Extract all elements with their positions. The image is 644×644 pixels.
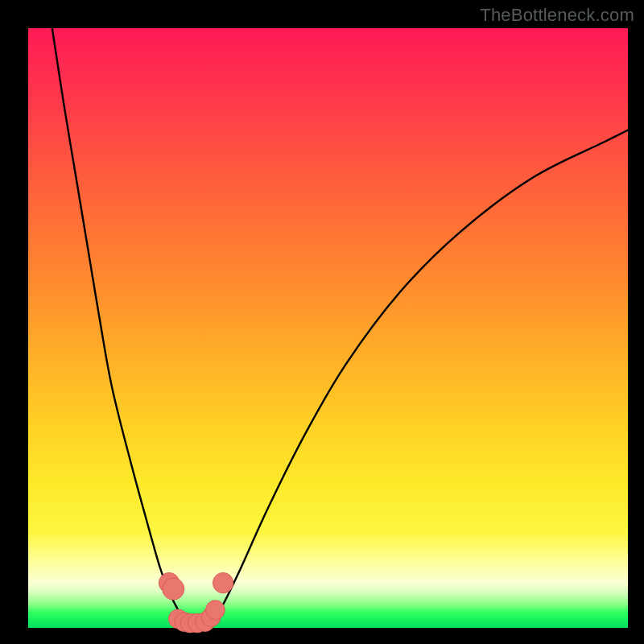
data-marker [163,578,184,600]
watermark-text: TheBottleneck.com [480,5,634,26]
chart-frame: TheBottleneck.com [0,0,644,644]
chart-svg [28,28,628,628]
curve-right-branch [208,130,629,625]
data-marker [206,601,225,620]
data-marker [213,572,233,592]
plot-area [28,28,628,628]
curve-layer [52,28,628,625]
curve-left-branch [52,28,190,625]
marker-layer [159,572,233,632]
